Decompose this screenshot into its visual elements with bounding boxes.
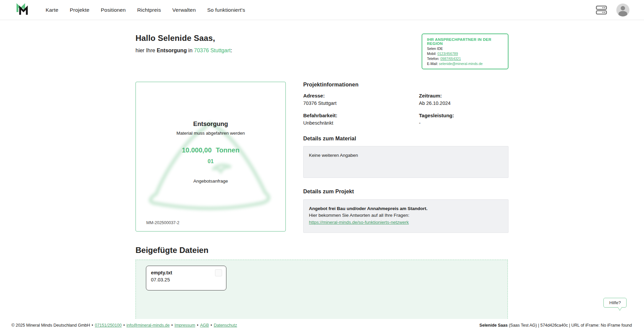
greeting-subtitle: hier Ihre Entsorgung in 70376 Stuttgart: [136,48,232,54]
card-title: Entsorgung [136,120,285,128]
mineral-minds-logo-icon[interactable] [15,3,30,17]
card-position-number: 01 [136,158,285,164]
greeting-mid: in [187,48,194,53]
field-tagesleistung: Tagesleistung: - [419,113,508,126]
project-details-section: Details zum Projekt Angebot frei Bau und… [303,189,508,233]
footer-datenschutz-link[interactable]: Datenschutz [214,323,237,328]
contact-email-link[interactable]: selenide@mineral-minds.de [439,62,483,66]
help-button[interactable]: Hilfe? [603,298,627,308]
file-checkbox-icon[interactable] [215,269,222,276]
field-zeitraum: Zeitraum: Ab 26.10.2024 [419,93,508,106]
greeting-block: Hallo Selenide Saas, hier Ihre Entsorgun… [136,34,232,54]
material-details-box: Keine weiteren Angaben [303,146,508,178]
quantity-value: 10.000,00 [182,146,212,154]
footer-copyright: © 2025 Mineral Minds Deutschland GmbH [11,323,90,328]
card-reference-number: MM-202500037-2 [146,220,179,225]
field-label: Adresse: [303,93,419,98]
attachments-heading: Beigefügte Dateien [136,246,508,255]
server-icon[interactable] [596,5,607,15]
card-subtitle: Material muss abgefahren werden [136,131,285,136]
greeting-entsorgung: Entsorgung [157,48,187,53]
file-card[interactable]: empty.txt 07.03.25 [146,266,226,290]
so-funktionierts-link[interactable]: https://mineral-minds.de/so-funktioniert… [309,220,409,225]
contact-phone-label: Telefon: [427,57,440,61]
field-label: Befahrbarkeit: [303,113,419,118]
footer-separator: • [197,323,198,328]
footer-impressum-link[interactable]: Impressum [174,323,195,328]
contact-phone-line: Telefon: 0987/654321 [427,57,503,61]
footer-phone-link[interactable]: 07151/250100 [95,323,122,328]
contact-title: IHR ANSPRECHPARTNER IN DER REGION [427,38,503,46]
footer-separator: • [123,323,125,328]
project-info-grid: Adresse: 70376 Stuttgart Zeitraum: Ab 26… [303,93,508,126]
project-details-bold-line: Angebot frei Bau und/oder Annahmepreis a… [309,205,503,212]
attachments-dropzone[interactable]: empty.txt 07.03.25 [136,260,508,325]
contact-email-label: E-Mail: [427,62,439,66]
nav-item-so-funktionierts[interactable]: So funktioniert's [207,7,245,13]
project-details-box: Angebot frei Bau und/oder Annahmepreis a… [303,199,508,233]
attachments-section: Beigefügte Dateien empty.txt 07.03.25 [136,246,508,325]
footer-separator: • [171,323,173,328]
main-content: Hallo Selenide Saas, hier Ihre Entsorgun… [136,20,508,325]
material-details-section: Details zum Material Keine weiteren Anga… [303,136,508,178]
nav-item-positionen[interactable]: Positionen [101,7,126,13]
footer-separator: • [211,323,212,328]
quantity-unit: Tonnen [216,146,239,154]
navbar-right [596,4,629,16]
project-details-line: Hier bekommen Sie Antworten auf all Ihre… [309,212,503,219]
file-name: empty.txt [151,270,221,275]
field-value: Unbeschränkt [303,120,419,126]
nav-item-richtpreis[interactable]: Richtpreis [137,7,161,13]
top-navbar: Karte Projekte Positionen Richtpreis Ver… [0,0,644,20]
contact-phone-link[interactable]: 0987/654321 [440,57,461,61]
footer-user-name: Selenide Saas [479,323,507,328]
card-quantity: 10.000,00Tonnen [136,146,285,154]
material-details-heading: Details zum Material [303,136,508,142]
material-details-text: Keine weiteren Angaben [309,153,358,158]
location-link[interactable]: 70376 Stuttgart [194,48,230,53]
contact-name: Selen IDE [427,47,503,51]
footer-left: © 2025 Mineral Minds Deutschland GmbH•07… [11,323,237,328]
field-adresse: Adresse: 70376 Stuttgart [303,93,419,106]
user-avatar-icon[interactable] [616,4,629,16]
contact-mobile-label: Mobil: [427,52,437,56]
project-info-heading: Projektinformationen [303,82,508,88]
footer-session-info: Selenide Saas (Saas Test AG) | 574d426ca… [479,323,632,328]
nav-item-projekte[interactable]: Projekte [70,7,89,13]
footer: © 2025 Mineral Minds Deutschland GmbH•07… [0,319,644,333]
footer-email-link[interactable]: info@mineral-minds.de [126,323,170,328]
field-value: Ab 26.10.2024 [419,101,508,106]
contact-email-line: E-Mail: selenide@mineral-minds.de [427,62,503,66]
field-value: 70376 Stuttgart [303,101,419,106]
contact-mobile-line: Mobil: 0123/456789 [427,52,503,56]
footer-separator: • [92,323,93,328]
file-date: 07.03.25 [151,277,221,282]
project-details-heading: Details zum Projekt [303,189,508,195]
field-label: Zeitraum: [419,93,508,98]
greeting-suffix: : [231,48,232,53]
contact-mobile-link[interactable]: 0123/456789 [437,52,458,56]
field-value: - [419,120,508,126]
project-summary-card: Entsorgung Material muss abgefahren werd… [136,82,286,231]
greeting-prefix: hier Ihre [136,48,157,53]
page-title: Hallo Selenide Saas, [136,34,232,43]
field-befahrbarkeit: Befahrbarkeit: Unbeschränkt [303,113,419,126]
contact-partner-box: IHR ANSPRECHPARTNER IN DER REGION Selen … [422,34,508,69]
field-label: Tagesleistung: [419,113,508,118]
footer-session-rest: (Saas Test AG) | 574d426ca40c | URL of i… [507,323,632,328]
nav-item-karte[interactable]: Karte [46,7,58,13]
nav-item-verwalten[interactable]: Verwalten [172,7,196,13]
page: Karte Projekte Positionen Richtpreis Ver… [0,0,644,333]
card-request-type: Angebotsanfrage [136,179,285,184]
main-nav: Karte Projekte Positionen Richtpreis Ver… [46,7,245,13]
footer-agb-link[interactable]: AGB [200,323,209,328]
